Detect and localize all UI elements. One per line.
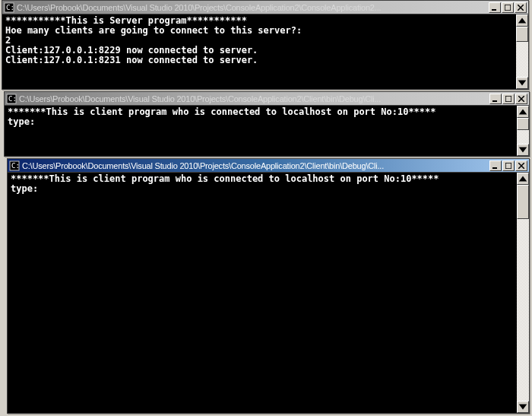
scroll-thumb[interactable]: [516, 27, 528, 42]
app-icon: C:: [6, 94, 17, 104]
scroll-up-button[interactable]: [516, 14, 528, 27]
window-controls: [489, 2, 527, 13]
svg-rect-6: [492, 100, 497, 102]
window-controls: [489, 160, 527, 171]
vertical-scrollbar[interactable]: [517, 106, 529, 156]
scroll-up-button[interactable]: [517, 173, 529, 185]
svg-rect-10: [492, 167, 497, 169]
maximize-button[interactable]: [502, 94, 515, 104]
scroll-down-button[interactable]: [516, 77, 528, 89]
console-line: type:: [8, 116, 35, 127]
scroll-up-button[interactable]: [517, 106, 529, 118]
console-line: ***********This is Server program*******…: [5, 15, 247, 26]
console-output: *******This is client program who is con…: [5, 106, 517, 156]
scroll-thumb[interactable]: [517, 118, 529, 130]
svg-text:C:: C:: [11, 162, 20, 170]
svg-rect-7: [505, 96, 511, 102]
scroll-track[interactable]: [517, 118, 529, 144]
scroll-down-button[interactable]: [517, 401, 529, 413]
vertical-scrollbar[interactable]: [517, 173, 529, 413]
close-button[interactable]: [515, 94, 527, 104]
close-button[interactable]: [515, 2, 527, 13]
svg-rect-11: [505, 163, 511, 169]
app-icon: C:: [9, 160, 20, 171]
server-console-window: C: C:\Users\Probook\Documents\Visual Stu…: [2, 0, 529, 90]
minimize-button[interactable]: [489, 160, 502, 171]
svg-text:C:: C:: [8, 95, 17, 103]
console-line: 2: [5, 35, 11, 46]
console-output: *******This is client program who is con…: [8, 173, 517, 413]
console-line: Hoe many clients are going to connect to…: [5, 25, 302, 36]
svg-text:C:: C:: [6, 4, 14, 11]
window-title: C:\Users\Probook\Documents\Visual Studio…: [19, 94, 489, 103]
console-output: ***********This is Server program*******…: [2, 14, 516, 89]
scroll-thumb[interactable]: [517, 185, 529, 219]
window-controls: [489, 94, 527, 104]
titlebar-client1[interactable]: C: C:\Users\Probook\Documents\Visual Stu…: [5, 92, 529, 106]
svg-rect-2: [492, 9, 496, 11]
console-line: *******This is client program who is con…: [11, 173, 439, 184]
scroll-track[interactable]: [517, 185, 529, 401]
minimize-button[interactable]: [489, 94, 502, 104]
client2-console-window: C: C:\Users\Probook\Documents\Visual Stu…: [7, 158, 530, 414]
window-title: C:\Users\Probook\Documents\Visual Studio…: [17, 3, 489, 12]
svg-rect-3: [505, 5, 511, 11]
vertical-scrollbar[interactable]: [516, 14, 528, 89]
scroll-down-button[interactable]: [517, 144, 529, 156]
scroll-track[interactable]: [516, 27, 528, 77]
maximize-button[interactable]: [502, 2, 514, 13]
titlebar-server[interactable]: C: C:\Users\Probook\Documents\Visual Stu…: [2, 1, 528, 14]
console-line: *******This is client program who is con…: [8, 106, 436, 117]
console-line: Client:127.0.0.1:8229 now connected to s…: [5, 45, 258, 56]
console-line: type:: [11, 183, 38, 194]
window-title: C:\Users\Probook\Documents\Visual Studio…: [22, 161, 489, 170]
console-line: Client:127.0.0.1:8231 now connected to s…: [5, 55, 258, 65]
app-icon: C:: [4, 2, 14, 13]
client1-console-window: C: C:\Users\Probook\Documents\Visual Stu…: [4, 91, 530, 157]
minimize-button[interactable]: [489, 2, 501, 13]
maximize-button[interactable]: [502, 160, 515, 171]
titlebar-client2[interactable]: C: C:\Users\Probook\Documents\Visual Stu…: [8, 159, 529, 173]
close-button[interactable]: [515, 160, 527, 171]
